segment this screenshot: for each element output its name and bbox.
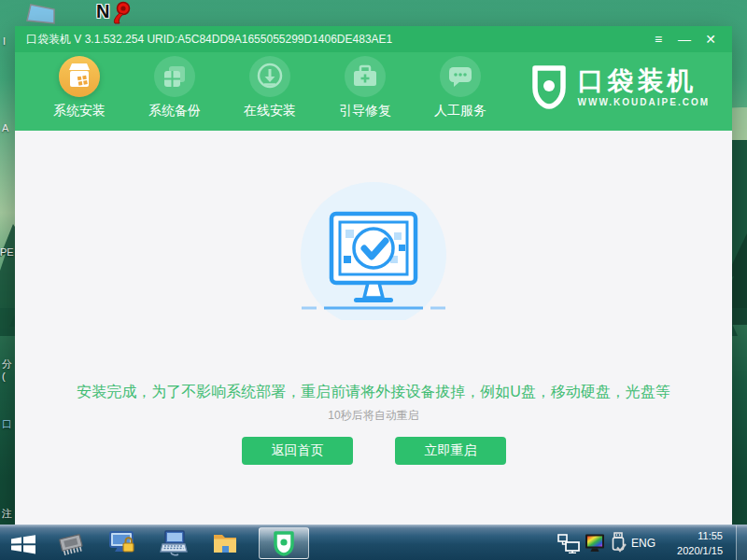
tray-usb-eject-icon[interactable] — [610, 532, 628, 558]
nav-label: 在线安装 — [237, 103, 303, 119]
desktop-icon-label-fragment: 注 — [2, 508, 12, 519]
tray-language-indicator[interactable]: ENG — [631, 525, 655, 560]
install-complete-message: 安装完成，为了不影响系统部署，重启前请将外接设备拔掉，例如U盘，移动硬盘，光盘等 — [15, 383, 732, 402]
taskbar-item-file-explorer[interactable] — [212, 531, 240, 559]
folder-icon — [212, 531, 240, 555]
nav-bar: 系统安装 系统备份 — [15, 52, 732, 131]
close-button[interactable]: ✕ — [700, 30, 721, 49]
brand-site: WWW.KOUDAIPE.COM — [578, 97, 710, 107]
monitor-lock-icon — [108, 530, 136, 556]
install-complete-illustration — [294, 180, 453, 320]
brand-logo: 口袋装机 WWW.KOUDAIPE.COM — [529, 63, 710, 110]
download-circle-icon — [249, 56, 290, 97]
windows-logo-icon — [10, 532, 36, 556]
nav-item-human-service[interactable]: 人工服务 — [428, 52, 493, 131]
taskbar-item-ramdisk[interactable] — [56, 531, 86, 560]
show-desktop-button[interactable] — [736, 525, 747, 560]
brand-name: 口袋装机 — [578, 67, 710, 95]
clock-date: 2020/1/15 — [659, 543, 723, 558]
memory-chip-icon — [56, 531, 86, 556]
desktop-icon-n-key[interactable]: N — [96, 1, 134, 24]
nav-item-system-backup[interactable]: 系统备份 — [142, 52, 207, 131]
app-window: 口袋装机 V 3.1.532.254 URID:A5C84DD9A1655055… — [15, 26, 732, 525]
nav-label: 人工服务 — [428, 103, 493, 119]
auto-restart-countdown: 10秒后将自动重启 — [15, 408, 732, 424]
tray-display-color-icon[interactable] — [585, 534, 607, 557]
title-bar: 口袋装机 V 3.1.532.254 URID:A5C84DD9A1655055… — [15, 26, 732, 52]
clock-time: 11:55 — [659, 528, 723, 543]
nav-label: 引导修复 — [332, 103, 398, 119]
desktop-icon-label-fragment: PE — [0, 246, 14, 258]
minimize-button[interactable]: — — [674, 30, 695, 49]
green-shield-icon — [272, 530, 296, 556]
nav-item-boot-repair[interactable]: 引导修复 — [332, 52, 398, 131]
window-title: 口袋装机 V 3.1.532.254 URID:A5C84DD9A1655055… — [26, 32, 392, 48]
taskbar-item-onscreen-keyboard[interactable] — [160, 530, 188, 560]
desktop-icon-label-fragment: 口 — [2, 418, 12, 429]
nav-label: 系统备份 — [142, 103, 207, 119]
taskbar-item-koudai-active[interactable] — [259, 527, 309, 559]
keyboard-monitor-icon — [160, 530, 188, 556]
nav-label: 系统安装 — [47, 103, 112, 119]
install-box-icon — [59, 56, 100, 97]
desktop-icon-label-fragment: ( — [2, 371, 6, 382]
chat-bubble-icon — [440, 56, 481, 97]
desktop-icon-monitor-partial[interactable] — [26, 3, 58, 28]
nav-item-online-install[interactable]: 在线安装 — [237, 52, 303, 131]
start-button[interactable] — [10, 532, 36, 560]
window-controls: ≡ — ✕ — [648, 30, 721, 49]
taskbar-item-lock-screen[interactable] — [108, 530, 136, 560]
red-key-icon — [107, 1, 134, 24]
backup-copies-icon — [154, 56, 195, 97]
back-home-button[interactable]: 返回首页 — [242, 437, 353, 465]
taskbar: ENG 11:55 2020/1/15 — [0, 525, 747, 560]
repair-toolbox-icon — [345, 56, 386, 97]
desktop: N I A PE 分 ( 口 注 口袋装机 V 3.1.532.254 URID… — [0, 0, 747, 560]
restart-now-button[interactable]: 立即重启 — [395, 437, 506, 465]
desktop-icon-label-fragment: A — [2, 122, 8, 133]
desktop-icon-label-fragment: 分 — [2, 358, 12, 370]
shield-logo-icon — [529, 63, 569, 110]
main-content: 安装完成，为了不影响系统部署，重启前请将外接设备拔掉，例如U盘，移动硬盘，光盘等… — [15, 131, 732, 525]
menu-button[interactable]: ≡ — [648, 30, 669, 49]
tray-clock[interactable]: 11:55 2020/1/15 — [659, 528, 723, 558]
tray-network-icon[interactable] — [557, 534, 580, 557]
desktop-icon-label-fragment: I — [3, 35, 6, 47]
nav-item-system-install[interactable]: 系统安装 — [47, 52, 112, 131]
